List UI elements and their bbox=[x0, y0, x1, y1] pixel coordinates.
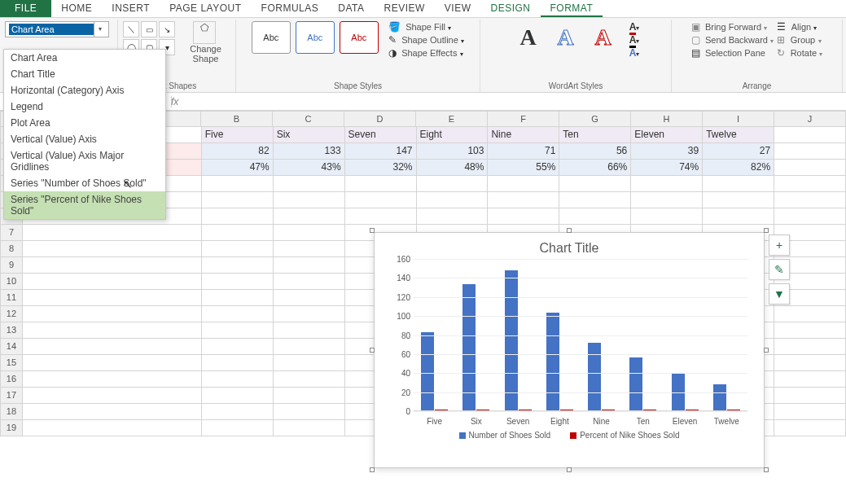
shape-rect-icon[interactable]: ▭ bbox=[141, 21, 157, 37]
cell-B13[interactable] bbox=[202, 322, 274, 339]
cell-H6[interactable] bbox=[631, 208, 703, 225]
tab-data[interactable]: DATA bbox=[328, 0, 374, 17]
cell-A16[interactable] bbox=[23, 371, 202, 388]
bar-group-Seven[interactable] bbox=[502, 270, 534, 410]
bar-series2[interactable] bbox=[643, 410, 656, 410]
column-header-I[interactable]: I bbox=[703, 111, 774, 127]
cell-B4[interactable] bbox=[202, 176, 274, 192]
cell-C6[interactable] bbox=[274, 208, 345, 225]
row-header-17[interactable]: 17 bbox=[0, 388, 23, 404]
cell-C19[interactable] bbox=[274, 420, 345, 436]
chart-elements-dropdown-list[interactable]: Chart Area Chart Title Horizontal (Categ… bbox=[3, 49, 166, 220]
cell-B16[interactable] bbox=[202, 371, 274, 388]
dropdown-item-h-axis[interactable]: Horizontal (Category) Axis bbox=[4, 82, 165, 99]
cell-C7[interactable] bbox=[274, 225, 345, 241]
cell-C12[interactable] bbox=[274, 306, 345, 322]
bar-series2[interactable] bbox=[602, 410, 615, 410]
selection-pane-button[interactable]: ▤ Selection Pane bbox=[691, 47, 774, 59]
cell-G6[interactable] bbox=[559, 208, 631, 225]
cell-E6[interactable] bbox=[417, 208, 489, 225]
cell-C11[interactable] bbox=[274, 290, 345, 306]
cell-B17[interactable] bbox=[202, 388, 274, 404]
chart-plot-area[interactable]: 020406080100120140160 FiveSixSevenEightN… bbox=[414, 259, 747, 426]
cell-C9[interactable] bbox=[274, 257, 345, 274]
row-header-16[interactable]: 16 bbox=[0, 371, 23, 388]
column-header-B[interactable]: B bbox=[201, 111, 273, 127]
row-header-19[interactable]: 19 bbox=[0, 420, 23, 436]
dropdown-item-legend[interactable]: Legend bbox=[4, 99, 165, 115]
row-header-11[interactable]: 11 bbox=[0, 290, 23, 306]
cell-F4[interactable] bbox=[488, 176, 559, 192]
cell-D2[interactable]: 147 bbox=[345, 143, 417, 160]
dropdown-item-series2[interactable]: Series "Percent of Nike Shoes Sold" bbox=[4, 191, 165, 219]
wordart-preset-3[interactable]: A bbox=[587, 21, 620, 54]
cell-A7[interactable] bbox=[23, 225, 202, 241]
cell-I2[interactable]: 27 bbox=[703, 143, 774, 160]
legend-item-1[interactable]: Number of Shoes Sold bbox=[459, 431, 551, 440]
row-header-14[interactable]: 14 bbox=[0, 339, 23, 355]
cell-A15[interactable] bbox=[23, 355, 202, 371]
cell-D6[interactable] bbox=[345, 208, 417, 225]
cell-B7[interactable] bbox=[202, 225, 274, 241]
cell-F3[interactable]: 55% bbox=[488, 160, 559, 176]
bar-series2[interactable] bbox=[519, 410, 532, 410]
cell-A19[interactable] bbox=[23, 420, 202, 436]
column-header-G[interactable]: G bbox=[559, 111, 631, 127]
cell-C16[interactable] bbox=[274, 371, 345, 388]
shape-style-preset-3[interactable]: Abc bbox=[340, 21, 379, 54]
chart-title[interactable]: Chart Title bbox=[375, 233, 764, 259]
cell-B5[interactable] bbox=[202, 192, 274, 208]
bar-series1[interactable] bbox=[588, 343, 601, 410]
row-header-8[interactable]: 8 bbox=[0, 241, 23, 257]
chart-elements-button[interactable]: + bbox=[769, 234, 790, 256]
cell-A12[interactable] bbox=[23, 306, 202, 322]
cell-F6[interactable] bbox=[488, 208, 559, 225]
dropdown-item-plot-area[interactable]: Plot Area bbox=[4, 115, 165, 131]
shape-style-preset-1[interactable]: Abc bbox=[252, 21, 291, 54]
cell-B3[interactable]: 47% bbox=[202, 160, 274, 176]
text-effects-button[interactable]: A▾ bbox=[629, 47, 640, 59]
dropdown-item-chart-area[interactable]: Chart Area bbox=[4, 50, 165, 66]
text-fill-button[interactable]: A▾ bbox=[629, 21, 640, 33]
bar-series2[interactable] bbox=[560, 410, 573, 410]
chart-filters-button[interactable]: ▼ bbox=[769, 283, 790, 305]
cell-A18[interactable] bbox=[23, 404, 202, 420]
cell-I1[interactable]: Twelve bbox=[703, 127, 774, 143]
cell-J15[interactable] bbox=[774, 355, 846, 371]
cell-J2[interactable] bbox=[774, 143, 846, 160]
tab-review[interactable]: REVIEW bbox=[374, 0, 434, 17]
cell-C4[interactable] bbox=[274, 176, 345, 192]
cell-B9[interactable] bbox=[202, 257, 274, 274]
dropdown-item-chart-title[interactable]: Chart Title bbox=[4, 66, 165, 82]
shape-style-gallery[interactable]: Abc Abc Abc bbox=[252, 21, 379, 54]
wordart-gallery[interactable]: A A A bbox=[512, 21, 620, 54]
cell-J16[interactable] bbox=[774, 371, 846, 388]
cell-B1[interactable]: Five bbox=[202, 127, 274, 143]
shape-effects-button[interactable]: ◑ Shape Effects ▾ bbox=[388, 47, 464, 59]
cell-I5[interactable] bbox=[703, 192, 774, 208]
shape-line-icon[interactable]: ＼ bbox=[123, 21, 139, 37]
cell-A10[interactable] bbox=[23, 274, 202, 290]
cell-I6[interactable] bbox=[703, 208, 774, 225]
cell-G5[interactable] bbox=[559, 192, 631, 208]
cell-I4[interactable] bbox=[703, 176, 774, 192]
cell-G1[interactable]: Ten bbox=[559, 127, 631, 143]
cell-J19[interactable] bbox=[774, 420, 846, 436]
cell-E2[interactable]: 103 bbox=[417, 143, 489, 160]
embedded-chart[interactable]: Chart Title 020406080100120140160 FiveSi… bbox=[374, 232, 765, 468]
cell-J1[interactable] bbox=[774, 127, 846, 143]
row-header-9[interactable]: 9 bbox=[0, 257, 23, 274]
cell-H2[interactable]: 39 bbox=[631, 143, 703, 160]
cell-E5[interactable] bbox=[417, 192, 489, 208]
column-header-H[interactable]: H bbox=[631, 111, 703, 127]
cell-G3[interactable]: 66% bbox=[559, 160, 631, 176]
y-axis[interactable]: 020406080100120140160 bbox=[383, 259, 410, 411]
bar-series1[interactable] bbox=[505, 270, 518, 410]
bar-series2[interactable] bbox=[686, 410, 699, 410]
cell-B19[interactable] bbox=[202, 420, 274, 436]
column-header-C[interactable]: C bbox=[273, 111, 344, 127]
shape-arrow-icon[interactable]: ↘ bbox=[159, 21, 175, 37]
cell-B2[interactable]: 82 bbox=[202, 143, 274, 160]
cell-B11[interactable] bbox=[202, 290, 274, 306]
cell-C8[interactable] bbox=[274, 241, 345, 257]
